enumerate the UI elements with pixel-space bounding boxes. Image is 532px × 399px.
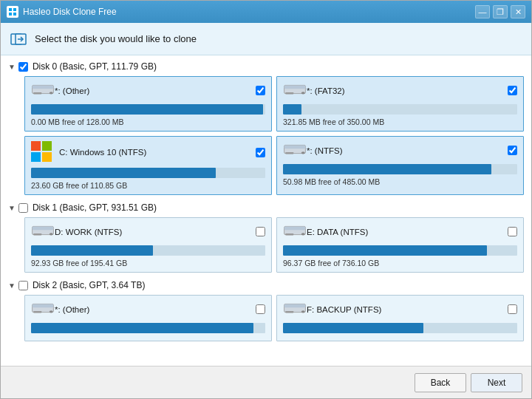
expand-arrow-0[interactable]: ▼	[8, 63, 16, 71]
partition-name-0-2: C: Windows 10 (NTFS)	[59, 148, 256, 157]
partition-card-0-1[interactable]: *: (FAT32)321.85 MB free of 350.00 MB	[276, 76, 524, 132]
partition-size-0-0: 0.00 MB free of 128.00 MB	[31, 117, 265, 126]
partition-card-0-0[interactable]: *: (Other)0.00 MB free of 128.00 MB	[24, 76, 272, 132]
svg-rect-28	[33, 304, 54, 307]
svg-point-29	[50, 310, 53, 313]
partition-card-0-3[interactable]: *: (NTFS)50.98 MB free of 485.00 MB	[276, 136, 524, 195]
disk-group-1: ▼Disk 1 (Basic, GPT, 931.51 GB) D: WORK …	[8, 202, 524, 273]
progress-bar-bg-2-1	[283, 323, 517, 333]
disk-checkbox-2[interactable]	[18, 281, 28, 290]
partition-checkbox-1-0[interactable]	[256, 227, 265, 236]
partition-checkbox-2-1[interactable]	[508, 304, 517, 314]
partition-card-1-0[interactable]: D: WORK (NTFS)92.93 GB free of 195.41 GB	[24, 217, 272, 273]
svg-rect-3	[13, 13, 16, 16]
progress-bar-fill-1-1	[283, 245, 487, 256]
svg-rect-34	[285, 311, 293, 313]
partition-top-0-2: C: Windows 10 (NTFS)	[31, 141, 265, 163]
progress-bar-bg-1-1	[283, 245, 517, 256]
partition-size-0-2: 23.60 GB free of 110.85 GB	[31, 181, 265, 190]
header-bar: Select the disk you would like to clone	[1, 23, 531, 55]
svg-rect-2	[9, 13, 12, 16]
progress-bar-fill-0-3	[283, 164, 491, 174]
svg-rect-14	[285, 92, 293, 94]
disk-label-0: Disk 0 (Basic, GPT, 111.79 GB)	[33, 61, 157, 72]
partition-checkbox-0-2[interactable]	[256, 148, 265, 157]
drive-icon	[283, 141, 307, 160]
partition-name-1-0: D: WORK (NTFS)	[55, 228, 256, 236]
partition-grid-1: D: WORK (NTFS)92.93 GB free of 195.41 GB…	[24, 217, 524, 273]
progress-bar-fill-1-0	[31, 245, 153, 256]
partition-grid-0: *: (Other)0.00 MB free of 128.00 MB *: (…	[24, 76, 524, 195]
partition-name-0-0: *: (Other)	[55, 86, 256, 95]
partition-top-1-1: E: DATA (NTFS)	[283, 222, 517, 241]
partition-card-2-0[interactable]: *: (Other)	[24, 295, 272, 341]
progress-bar-fill-2-0	[31, 323, 253, 333]
svg-rect-22	[33, 233, 41, 235]
main-window: Hasleo Disk Clone Free — ❐ ✕ Select the …	[0, 0, 532, 399]
drive-icon	[31, 300, 55, 318]
progress-bar-fill-0-0	[31, 104, 263, 115]
windows-icon	[31, 141, 53, 163]
svg-point-17	[301, 151, 305, 154]
back-button[interactable]: Back	[415, 373, 466, 392]
drive-icon	[283, 222, 307, 241]
disk-header-0: ▼Disk 0 (Basic, GPT, 111.79 GB)	[8, 61, 524, 72]
disk-checkbox-1[interactable]	[18, 203, 28, 213]
progress-bar-fill-0-1	[283, 104, 301, 115]
next-button[interactable]: Next	[471, 373, 522, 392]
partition-size-1-0: 92.93 GB free of 195.41 GB	[31, 259, 265, 267]
disk-group-2: ▼Disk 2 (Basic, GPT, 3.64 TB) *: (Other)…	[8, 280, 524, 341]
partition-name-2-1: F: BACKUP (NTFS)	[307, 305, 508, 314]
partition-checkbox-0-0[interactable]	[256, 86, 265, 95]
drive-icon	[283, 81, 307, 100]
disk-checkbox-0[interactable]	[18, 62, 28, 72]
header-text: Select the disk you would like to clone	[35, 33, 197, 44]
svg-rect-10	[33, 92, 41, 94]
partition-size-0-1: 321.85 MB free of 350.00 MB	[283, 117, 517, 126]
title-bar: Hasleo Disk Clone Free — ❐ ✕	[1, 1, 531, 23]
partition-top-0-0: *: (Other)	[31, 81, 265, 100]
svg-point-9	[50, 92, 53, 94]
maximize-button[interactable]: ❐	[493, 5, 508, 18]
progress-bar-bg-2-0	[31, 323, 265, 333]
disk-group-0: ▼Disk 0 (Basic, GPT, 111.79 GB) *: (Othe…	[8, 61, 524, 195]
svg-point-33	[301, 310, 305, 313]
partition-card-2-1[interactable]: F: BACKUP (NTFS)	[276, 295, 524, 341]
svg-rect-0	[9, 8, 12, 11]
clone-icon	[10, 30, 27, 48]
drive-icon	[31, 81, 55, 100]
progress-bar-bg-0-1	[283, 104, 517, 115]
svg-rect-32	[284, 304, 306, 307]
content-area[interactable]: ▼Disk 0 (Basic, GPT, 111.79 GB) *: (Othe…	[1, 55, 531, 366]
partition-top-2-1: F: BACKUP (NTFS)	[283, 300, 517, 318]
partition-card-0-2[interactable]: C: Windows 10 (NTFS)23.60 GB free of 110…	[24, 136, 272, 195]
footer: Back Next	[1, 366, 531, 398]
minimize-button[interactable]: —	[475, 5, 490, 18]
partition-checkbox-0-1[interactable]	[508, 86, 517, 95]
expand-arrow-2[interactable]: ▼	[8, 282, 16, 290]
svg-rect-26	[285, 233, 293, 235]
partition-top-0-3: *: (NTFS)	[283, 141, 517, 160]
svg-point-25	[301, 233, 305, 235]
partition-checkbox-1-1[interactable]	[508, 227, 517, 236]
partition-checkbox-0-3[interactable]	[508, 146, 517, 155]
close-button[interactable]: ✕	[511, 5, 525, 18]
expand-arrow-1[interactable]: ▼	[8, 204, 16, 212]
partition-checkbox-2-0[interactable]	[256, 304, 265, 314]
disk-label-2: Disk 2 (Basic, GPT, 3.64 TB)	[33, 280, 146, 290]
app-icon	[7, 6, 18, 18]
progress-bar-bg-0-3	[283, 164, 517, 174]
partition-card-1-1[interactable]: E: DATA (NTFS)96.37 GB free of 736.10 GB	[276, 217, 524, 273]
progress-bar-bg-1-0	[31, 245, 265, 256]
partition-name-2-0: *: (Other)	[55, 305, 256, 314]
svg-point-13	[301, 92, 305, 94]
svg-point-21	[50, 233, 53, 235]
svg-rect-12	[284, 85, 306, 89]
partition-size-0-3: 50.98 MB free of 485.00 MB	[283, 177, 517, 186]
svg-rect-16	[284, 145, 306, 149]
progress-bar-bg-0-0	[31, 104, 265, 115]
svg-rect-8	[33, 85, 54, 89]
svg-rect-30	[33, 311, 41, 313]
svg-rect-18	[285, 152, 293, 154]
disk-label-1: Disk 1 (Basic, GPT, 931.51 GB)	[33, 202, 157, 213]
